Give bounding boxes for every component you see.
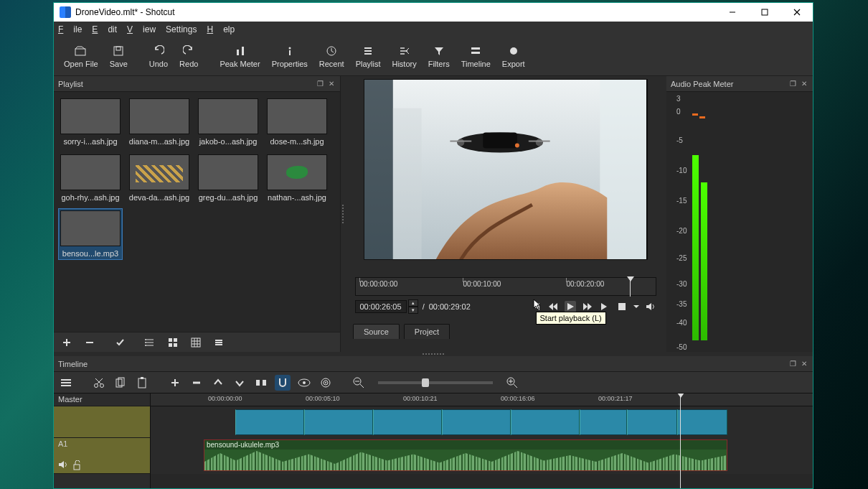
scrub-button[interactable] — [296, 375, 312, 391]
mute-icon[interactable] — [58, 460, 68, 470]
panel-close-icon[interactable]: ✕ — [800, 360, 808, 368]
audio-clip[interactable]: bensound-ukulele.mp3 — [204, 439, 727, 471]
close-button[interactable] — [780, 3, 813, 22]
panel-close-icon[interactable]: ✕ — [327, 80, 336, 88]
timeline-playhead[interactable] — [680, 393, 681, 488]
svg-rect-47 — [74, 465, 80, 470]
playlist-menu-button[interactable] — [209, 334, 229, 351]
export-button[interactable]: Export — [496, 43, 531, 70]
video-clip[interactable] — [511, 409, 580, 435]
playlist-item[interactable]: nathan-...ash.jpg — [265, 152, 329, 204]
menu-settings[interactable]: Settings — [166, 24, 197, 34]
undo-button[interactable]: Undo — [143, 43, 174, 70]
cut-button[interactable] — [91, 375, 107, 391]
peak-meter-button[interactable]: Peak Meter — [214, 43, 265, 70]
skip-next-button[interactable] — [599, 301, 610, 312]
playlist-caption: bensou...le.mp3 — [58, 249, 123, 258]
timecode-current[interactable]: 00:00:26:05 — [355, 300, 407, 313]
volume-button[interactable] — [645, 301, 656, 312]
ripple-button[interactable] — [318, 375, 334, 391]
zoom-out-button[interactable] — [351, 375, 367, 391]
lock-icon[interactable] — [72, 460, 81, 470]
zoom-in-button[interactable] — [504, 375, 520, 391]
history-button[interactable]: History — [386, 43, 422, 70]
redo-button[interactable]: Redo — [174, 43, 204, 70]
append-button[interactable] — [167, 375, 183, 391]
minimize-button[interactable] — [716, 3, 748, 22]
timeline-menu-button[interactable] — [58, 375, 74, 391]
timeline-ruler[interactable]: 00:00:00:00 00:00:05:10 00:00:10:21 00:0… — [151, 393, 813, 406]
playlist-view-tiles-button[interactable] — [163, 334, 183, 351]
timeline-button[interactable]: Timeline — [456, 43, 496, 70]
playlist-remove-button[interactable] — [80, 334, 100, 351]
svg-rect-25 — [483, 133, 517, 149]
playlist-item[interactable]: sorry-i...ash.jpg — [58, 96, 123, 148]
playlist-button[interactable]: Playlist — [350, 43, 387, 70]
ripple-delete-button[interactable] — [189, 375, 204, 391]
playlist-add-button[interactable] — [57, 334, 77, 351]
zoom-toggle-button[interactable] — [616, 301, 628, 312]
zoom-dropdown-icon[interactable] — [633, 301, 639, 312]
video-clip[interactable] — [442, 409, 511, 435]
playlist-item[interactable]: goh-rhy...ash.jpg — [58, 152, 123, 204]
playlist-view-icons-button[interactable] — [186, 334, 206, 351]
timeline-tracks[interactable]: ▲ 00:00:00:00 00:00:05:10 00:00:10:21 00… — [151, 393, 813, 488]
video-clip[interactable] — [304, 409, 373, 435]
tab-project[interactable]: Project — [404, 324, 450, 339]
menu-view[interactable]: View — [127, 24, 156, 34]
playlist-item[interactable]: greg-du...ash.jpg — [196, 152, 260, 204]
maximize-button[interactable] — [748, 3, 780, 22]
copy-button[interactable] — [113, 375, 128, 391]
preview-viewport[interactable] — [364, 79, 648, 260]
video-clip[interactable] — [580, 409, 627, 435]
skip-prev-button[interactable] — [530, 301, 542, 312]
timecode-spinner[interactable]: ▲▼ — [408, 299, 418, 314]
menu-file[interactable]: File — [58, 24, 82, 34]
preview-ruler[interactable]: 00:00:00:00 00:00:10:00 00:00:20:00 — [355, 277, 656, 296]
audio-track[interactable]: bensound-ukulele.mp3 — [151, 438, 813, 474]
panel-undock-icon[interactable]: ❐ — [788, 360, 797, 368]
playlist-item[interactable]: diana-m...ash.jpg — [127, 96, 192, 148]
video-track[interactable] — [151, 406, 813, 438]
play-button[interactable] — [565, 301, 576, 312]
playlist-view-detailed-button[interactable] — [140, 334, 160, 351]
playlist-item[interactable]: deva-da...ash.jpg — [127, 152, 192, 204]
tab-source[interactable]: Source — [353, 324, 400, 339]
lift-button[interactable] — [210, 375, 226, 391]
open-file-button[interactable]: Open File — [58, 43, 104, 70]
paste-button[interactable] — [134, 375, 150, 391]
playlist-item[interactable]: bensou...le.mp3 — [58, 208, 123, 260]
playlist-update-button[interactable] — [110, 334, 130, 351]
spin-down-icon[interactable]: ▼ — [408, 307, 418, 314]
info-icon — [283, 45, 296, 57]
rewind-button[interactable] — [547, 301, 559, 312]
preview-playhead[interactable] — [627, 278, 634, 297]
split-button[interactable] — [253, 375, 269, 391]
fast-fwd-button[interactable] — [582, 301, 593, 312]
track-audio[interactable]: A1 — [54, 438, 150, 474]
properties-button[interactable]: Properties — [266, 43, 313, 70]
spin-up-icon[interactable]: ▲ — [408, 299, 418, 307]
video-clip[interactable] — [677, 409, 727, 435]
overwrite-button[interactable] — [232, 375, 247, 391]
video-clip[interactable] — [235, 409, 304, 435]
panel-undock-icon[interactable]: ❐ — [788, 80, 797, 88]
panel-undock-icon[interactable]: ❐ — [316, 80, 324, 88]
menu-help[interactable]: Help — [207, 24, 235, 34]
preview-panel: 00:00:00:00 00:00:10:00 00:00:20:00 00:0… — [344, 76, 666, 352]
panel-close-icon[interactable]: ✕ — [800, 80, 808, 88]
zoom-slider[interactable] — [378, 381, 493, 384]
menu-edit[interactable]: Edit — [92, 24, 117, 34]
track-video[interactable] — [54, 406, 150, 438]
recent-button[interactable]: Recent — [313, 43, 350, 70]
playlist-item[interactable]: jakob-o...ash.jpg — [196, 96, 260, 148]
filters-button[interactable]: Filters — [423, 43, 456, 70]
video-clip[interactable] — [627, 409, 677, 435]
video-clip[interactable] — [373, 409, 442, 435]
playlist-item[interactable]: dose-m...sh.jpg — [265, 96, 329, 148]
snap-button[interactable] — [275, 375, 291, 391]
zoom-slider-handle[interactable] — [422, 378, 429, 387]
track-master[interactable]: Master — [54, 393, 150, 406]
save-button[interactable]: Save — [104, 43, 133, 70]
funnel-icon — [433, 45, 445, 57]
